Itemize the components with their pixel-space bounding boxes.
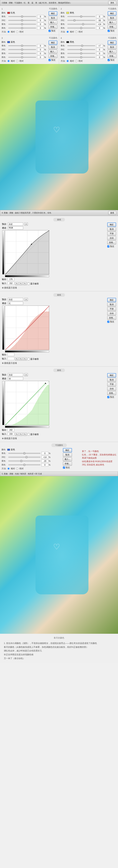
magenta-value[interactable] (37, 48, 44, 51)
curve-options-toggle[interactable]: ⊕ (2, 437, 4, 440)
black-slider[interactable] (8, 28, 36, 28)
yellow-value[interactable] (37, 23, 44, 26)
ok-button[interactable]: 确定 (107, 222, 116, 227)
options-button[interactable]: 选项... (107, 391, 116, 395)
load-button[interactable]: 载入... (48, 50, 57, 54)
magenta-value[interactable] (96, 19, 103, 22)
cancel-button[interactable]: 取消 (48, 16, 57, 20)
method-absolute[interactable] (16, 60, 18, 62)
eyedropper-gray-icon[interactable]: ✎ (19, 433, 23, 436)
output-value[interactable] (7, 428, 14, 431)
preset-menu-icon[interactable]: ≡ (24, 222, 28, 226)
method-absolute[interactable] (16, 31, 18, 33)
magenta-value[interactable] (96, 48, 103, 51)
output-value[interactable] (7, 353, 14, 356)
black-value[interactable] (41, 463, 48, 466)
preset-menu-icon[interactable]: ≡ (24, 298, 28, 301)
magenta-slider[interactable] (8, 49, 36, 50)
preview-checkbox[interactable] (48, 30, 51, 32)
magenta-slider[interactable] (68, 49, 95, 50)
load-button[interactable]: 载入... (108, 21, 116, 24)
input-value[interactable] (7, 357, 14, 360)
preview-checkbox[interactable] (63, 467, 65, 469)
ok-button[interactable]: 确定 (107, 298, 116, 302)
preview-checkbox[interactable] (107, 396, 109, 398)
eyedropper-gray-icon[interactable]: ✎ (19, 282, 23, 285)
cyan-value[interactable] (37, 44, 44, 47)
save-button[interactable]: 存储... (108, 25, 116, 29)
options-button[interactable]: 选项... (107, 241, 116, 244)
magenta-value[interactable] (37, 19, 44, 22)
ok-button[interactable]: 确定 (107, 373, 116, 377)
preview-checkbox[interactable] (108, 59, 110, 61)
preset-select[interactable]: 自定 (8, 373, 23, 376)
input-value[interactable] (7, 282, 14, 285)
channel-select[interactable]: 绿 (8, 377, 23, 380)
cancel-button[interactable]: 取消 (107, 303, 116, 307)
yellow-slider[interactable] (8, 53, 36, 54)
yellow-slider[interactable] (68, 53, 95, 54)
save-button[interactable]: 存储... (108, 54, 116, 58)
ok-button[interactable]: 确定 (63, 448, 72, 452)
black-slider[interactable] (68, 28, 95, 28)
preview-checkbox[interactable] (108, 30, 110, 32)
step4-badge[interactable]: 曲线 (108, 211, 116, 215)
cancel-button[interactable]: 取消 (108, 45, 116, 49)
save-button[interactable]: 存储... (48, 54, 57, 58)
load-button[interactable]: 载入... (108, 50, 116, 54)
yellow-value[interactable] (41, 460, 48, 463)
method-absolute[interactable] (16, 468, 18, 470)
smooth-button[interactable]: 平滑 (107, 307, 116, 311)
cancel-button[interactable]: 取消 (107, 227, 116, 231)
channel-select[interactable]: RGB (8, 226, 23, 229)
curve-options-toggle[interactable]: ⊕ (2, 362, 4, 364)
magenta-slider[interactable] (8, 20, 36, 21)
method-relative[interactable] (7, 31, 10, 33)
show-clip-checkbox[interactable] (27, 282, 30, 285)
cyan-slider[interactable] (68, 45, 95, 46)
cyan-slider[interactable] (8, 45, 36, 46)
eyedropper-black-icon[interactable]: ✎ (15, 433, 18, 436)
save-button[interactable]: 存储... (63, 462, 72, 466)
auto-button[interactable]: 自动 (107, 387, 116, 391)
cancel-button[interactable]: 取消 (48, 45, 57, 49)
show-clip-checkbox[interactable] (27, 433, 30, 436)
black-value[interactable] (37, 27, 44, 30)
yellow-value[interactable] (96, 52, 103, 55)
method-relative[interactable] (67, 60, 69, 62)
auto-button[interactable]: 自动 (107, 236, 116, 240)
ok-button[interactable]: 确定 (108, 40, 116, 45)
input-value[interactable] (7, 432, 14, 435)
ok-button[interactable]: 确定 (48, 11, 57, 16)
cyan-value[interactable] (41, 452, 48, 455)
yellow-value[interactable] (96, 23, 103, 26)
black-slider[interactable] (8, 57, 36, 58)
cancel-button[interactable]: 取消 (63, 453, 72, 457)
cyan-slider[interactable] (8, 453, 40, 454)
method-relative[interactable] (67, 31, 69, 33)
smooth-button[interactable]: 平滑 (107, 382, 116, 386)
load-button[interactable]: 载入... (63, 457, 72, 461)
output-value[interactable] (7, 278, 14, 281)
cancel-button[interactable]: 取消 (107, 378, 116, 382)
yellow-slider[interactable] (8, 461, 40, 461)
smooth-button[interactable]: 平滑 (107, 232, 116, 236)
step3-badge[interactable]: 清色 (108, 1, 116, 5)
preview-checkbox[interactable] (107, 245, 109, 248)
method-absolute[interactable] (75, 60, 77, 62)
black-slider[interactable] (68, 57, 95, 58)
black-value[interactable] (37, 56, 44, 59)
cyan-value[interactable] (96, 44, 103, 47)
method-relative[interactable] (7, 468, 10, 470)
eyedropper-white-icon[interactable]: ✎ (23, 282, 27, 285)
ok-button[interactable]: 确定 (48, 40, 57, 45)
cyan-slider[interactable] (68, 16, 95, 17)
eyedropper-white-icon[interactable]: ✎ (23, 358, 27, 361)
cyan-value[interactable] (37, 15, 44, 18)
curve-options-toggle[interactable]: ⊕ (2, 286, 4, 289)
show-clip-checkbox[interactable] (27, 358, 30, 360)
magenta-value[interactable] (41, 456, 48, 459)
ok-button[interactable]: 确定 (108, 11, 116, 16)
channel-select[interactable]: 红 (8, 302, 23, 305)
magenta-slider[interactable] (68, 20, 95, 21)
